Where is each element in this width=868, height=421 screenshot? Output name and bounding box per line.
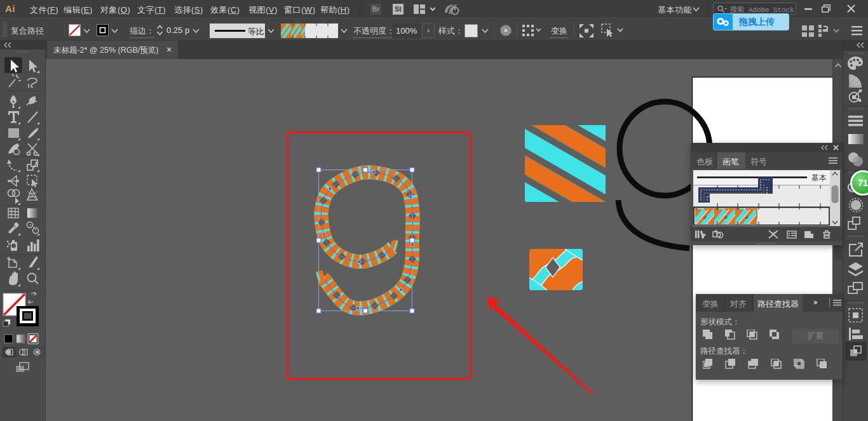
- svg-text:基本: 基本: [811, 173, 827, 182]
